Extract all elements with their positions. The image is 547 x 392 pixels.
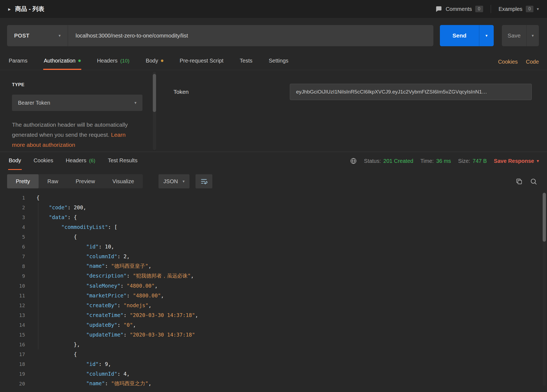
- response-tabs: Body Cookies Headers (6) Test Results: [8, 152, 150, 170]
- code-content: {: [36, 351, 77, 357]
- status-label: Status:: [364, 158, 381, 164]
- line-number: 13: [0, 312, 25, 318]
- tab-params[interactable]: Params: [8, 54, 28, 70]
- tab-label: Settings: [269, 58, 288, 64]
- chevron-down-icon: ▾: [537, 158, 539, 163]
- line-number: 6: [0, 244, 25, 250]
- response-body-viewer: 1{2 "code": 200,3 "data": {4 "commodityL…: [0, 193, 547, 388]
- wrap-lines-button[interactable]: [195, 174, 212, 188]
- code-line: 20 "name": "德玛西亚之力",: [0, 379, 547, 388]
- save-button[interactable]: Save ▾: [502, 25, 539, 46]
- code-content: {: [36, 234, 77, 240]
- globe-icon[interactable]: [350, 157, 357, 164]
- response-tab-test-results[interactable]: Test Results: [107, 152, 138, 170]
- tab-pre-request-script[interactable]: Pre-request Script: [179, 54, 224, 70]
- auth-type-column: TYPE Bearer Token ▾ The authorization he…: [0, 70, 153, 152]
- request-tabs-right: Cookies Code: [498, 59, 539, 70]
- copy-button[interactable]: [515, 178, 523, 185]
- caret-right-icon[interactable]: ▸: [8, 6, 11, 12]
- send-options-chevron[interactable]: ▾: [479, 25, 494, 46]
- examples-label: Examples: [499, 6, 523, 12]
- tab-label: Cookies: [34, 157, 53, 164]
- code-line: 17 {: [0, 349, 547, 359]
- response-tab-headers[interactable]: Headers (6): [65, 152, 96, 170]
- code-line: 12 "createBy": "nodejs",: [0, 300, 547, 310]
- code-content: "saleMoney": "4800.00",: [36, 283, 158, 289]
- size-value: 747 B: [473, 158, 487, 164]
- examples-count-badge: 0: [526, 6, 534, 12]
- comments-label: Comments: [446, 6, 472, 12]
- line-number: 5: [0, 234, 25, 240]
- search-button[interactable]: [530, 178, 537, 185]
- line-number: 12: [0, 303, 25, 308]
- response-headers-count: (6): [89, 158, 95, 164]
- method-select[interactable]: POST ▾: [7, 25, 68, 46]
- code-content: "columnId": 4,: [36, 371, 130, 377]
- send-button[interactable]: Send ▾: [440, 25, 494, 46]
- auth-description: The authorization header will be automat…: [12, 120, 135, 150]
- auth-type-select[interactable]: Bearer Token ▾: [12, 95, 142, 111]
- code-scrollbar[interactable]: [543, 193, 546, 386]
- topbar: ▸ 商品 - 列表 Comments 0 Examples 0 ▾: [0, 0, 547, 18]
- code-line: 13 "createTime": "2020-03-30 14:37:18",: [0, 310, 547, 320]
- token-input[interactable]: eyJhbGciOiJIUzI1NiIsInR5cCI6IkpXVCJ9.eyJ…: [290, 84, 532, 100]
- code-line: 14 "updateBy": "0",: [0, 320, 547, 330]
- save-options-chevron[interactable]: ▾: [526, 25, 539, 46]
- line-number: 2: [0, 205, 25, 210]
- time-label: Time:: [420, 158, 434, 164]
- line-number: 18: [0, 361, 25, 367]
- format-select[interactable]: JSON ▾: [158, 174, 189, 188]
- response-tab-cookies[interactable]: Cookies: [33, 152, 54, 170]
- line-number: 8: [0, 263, 25, 269]
- tab-label: Tests: [240, 58, 253, 64]
- method-label: POST: [14, 33, 29, 39]
- code-link[interactable]: Code: [526, 59, 539, 65]
- request-title-group: ▸ 商品 - 列表: [8, 5, 44, 13]
- line-number: 7: [0, 254, 25, 259]
- token-form-row: Token eyJhbGciOiJIUzI1NiIsInR5cCI6IkpXVC…: [173, 84, 532, 100]
- tab-label: Headers: [97, 58, 118, 64]
- response-toolbar: Pretty Raw Preview Visualize JSON ▾: [7, 174, 539, 188]
- line-number: 1: [0, 195, 25, 201]
- comments-button[interactable]: Comments 0: [435, 5, 483, 13]
- auth-token-column: Token eyJhbGciOiJIUzI1NiIsInR5cCI6IkpXVC…: [156, 70, 547, 152]
- request-tabs-left: Params Authorization Headers (10) Body P…: [8, 54, 304, 70]
- time-value: 36 ms: [436, 158, 451, 164]
- tab-tests[interactable]: Tests: [239, 54, 253, 70]
- view-visualize[interactable]: Visualize: [104, 174, 143, 188]
- tab-label: Params: [9, 58, 27, 64]
- auth-scrollbar-thumb[interactable]: [153, 74, 156, 112]
- tab-authorization[interactable]: Authorization: [43, 54, 81, 70]
- response-tab-body[interactable]: Body: [8, 152, 22, 170]
- line-number: 19: [0, 371, 25, 377]
- tab-body[interactable]: Body: [145, 54, 164, 70]
- tab-label: Headers: [66, 157, 86, 164]
- examples-dropdown[interactable]: Examples 0 ▾: [499, 6, 539, 12]
- code-actions: [515, 178, 539, 185]
- token-label: Token: [173, 89, 290, 95]
- postman-app: { "header": { "title": "商品 - 列表", "comme…: [0, 0, 547, 392]
- comments-count-badge: 0: [475, 6, 483, 12]
- view-pretty[interactable]: Pretty: [7, 174, 39, 188]
- code-line: 4 "commodityList": [: [0, 222, 547, 232]
- code-line: 8 "name": "德玛西亚皇子",: [0, 261, 547, 271]
- chevron-down-icon: ▾: [134, 100, 136, 105]
- code-line: 15 "updateTime": "2020-03-30 14:37:18": [0, 330, 547, 340]
- view-raw[interactable]: Raw: [39, 174, 67, 188]
- tab-label: Authorization: [44, 58, 76, 64]
- cookies-link[interactable]: Cookies: [498, 59, 518, 65]
- wrap-lines-icon: [200, 178, 208, 185]
- view-preview[interactable]: Preview: [67, 174, 104, 188]
- size-label: Size:: [458, 158, 470, 164]
- auth-scrollbar[interactable]: [153, 72, 156, 150]
- line-number: 11: [0, 293, 25, 298]
- code-content: "name": "德玛西亚之力",: [36, 380, 151, 387]
- url-input[interactable]: [68, 25, 433, 46]
- response-meta: Status: 201 Created Time: 36 ms Size: 74…: [350, 157, 539, 164]
- save-response-button[interactable]: Save Response ▾: [494, 158, 539, 164]
- code-editor: 1{2 "code": 200,3 "data": {4 "commodityL…: [0, 193, 547, 388]
- code-scrollbar-thumb[interactable]: [543, 193, 546, 242]
- chevron-down-icon: ▾: [58, 33, 61, 38]
- tab-headers[interactable]: Headers (10): [97, 54, 130, 70]
- tab-settings[interactable]: Settings: [268, 54, 289, 70]
